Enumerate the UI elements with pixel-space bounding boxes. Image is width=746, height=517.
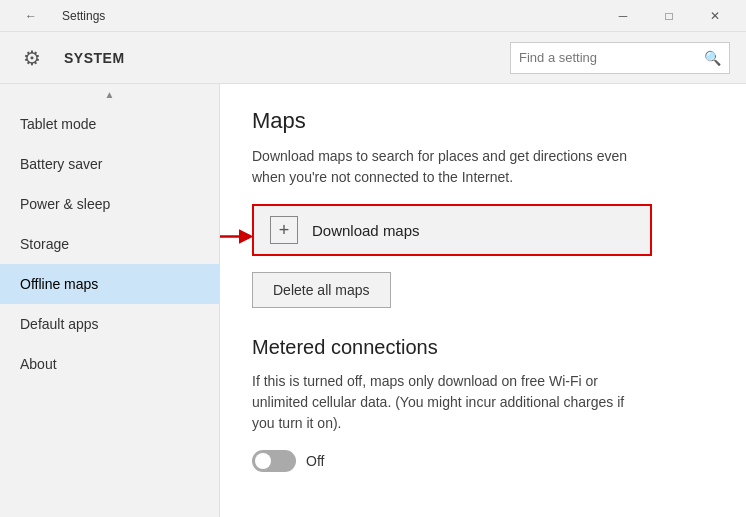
maps-section-title: Maps [252, 108, 714, 134]
download-maps-label: Download maps [312, 222, 420, 239]
search-box[interactable]: 🔍 [510, 42, 730, 74]
maps-section-description: Download maps to search for places and g… [252, 146, 632, 188]
minimize-button[interactable]: ─ [600, 0, 646, 32]
download-maps-button[interactable]: + Download maps [252, 204, 652, 256]
app-title: SYSTEM [64, 50, 494, 66]
gear-icon: ⚙ [16, 42, 48, 74]
annotation-arrow [220, 217, 254, 260]
sidebar-item-offline-maps[interactable]: Offline maps [0, 264, 219, 304]
back-button[interactable]: ← [8, 0, 54, 32]
metered-toggle-row: Off [252, 450, 714, 472]
sidebar: ▲ Tablet mode Battery saver Power & slee… [0, 84, 220, 517]
sidebar-item-tablet-mode[interactable]: Tablet mode [0, 104, 219, 144]
sidebar-item-battery-saver[interactable]: Battery saver [0, 144, 219, 184]
header-bar: ⚙ SYSTEM 🔍 [0, 32, 746, 84]
search-input[interactable] [519, 50, 704, 65]
maximize-button[interactable]: □ [646, 0, 692, 32]
sidebar-item-default-apps[interactable]: Default apps [0, 304, 219, 344]
window-title: Settings [62, 9, 105, 23]
title-bar: ← Settings ─ □ ✕ [0, 0, 746, 32]
sidebar-item-about[interactable]: About [0, 344, 219, 384]
plus-icon: + [270, 216, 298, 244]
toggle-knob [255, 453, 271, 469]
sidebar-item-storage[interactable]: Storage [0, 224, 219, 264]
delete-all-maps-button[interactable]: Delete all maps [252, 272, 391, 308]
sidebar-item-power-sleep[interactable]: Power & sleep [0, 184, 219, 224]
metered-section-title: Metered connections [252, 336, 714, 359]
content-area: Maps Download maps to search for places … [220, 84, 746, 517]
scroll-up-indicator: ▲ [0, 84, 219, 104]
window-controls: ─ □ ✕ [600, 0, 738, 32]
close-button[interactable]: ✕ [692, 0, 738, 32]
toggle-state-label: Off [306, 453, 324, 469]
main-layout: ▲ Tablet mode Battery saver Power & slee… [0, 84, 746, 517]
metered-toggle[interactable] [252, 450, 296, 472]
title-bar-left: ← Settings [8, 0, 105, 32]
metered-section-description: If this is turned off, maps only downloa… [252, 371, 632, 434]
search-icon: 🔍 [704, 50, 721, 66]
